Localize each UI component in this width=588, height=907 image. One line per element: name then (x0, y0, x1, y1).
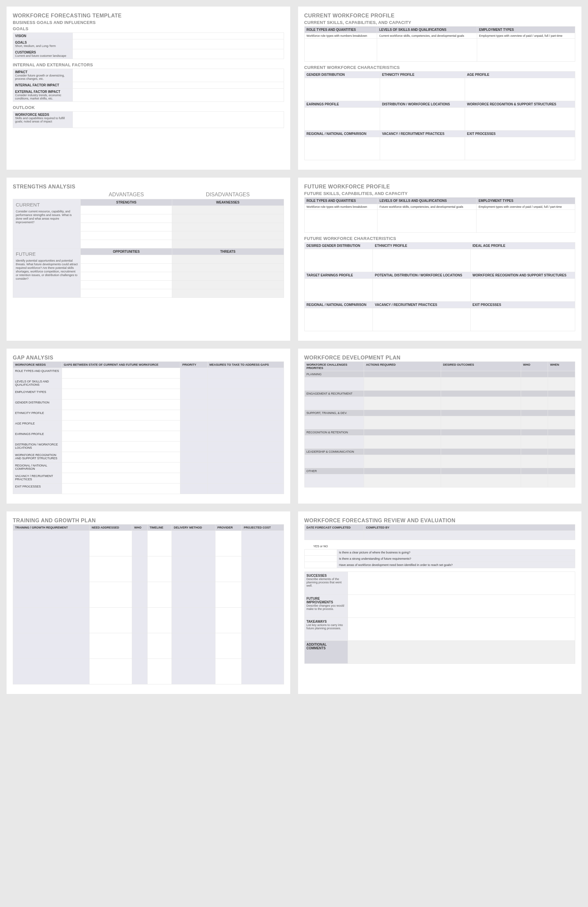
panel-strengths: STRENGTHS ANALYSIS ADVANTAGESDISADVANTAG… (6, 178, 290, 341)
p2-char-table: GENDER DISTRIBUTIONETHNICITY PROFILEAGE … (304, 71, 575, 160)
review-top: DATE FORECAST COMPLETEDCOMPLETED BY (304, 524, 575, 540)
p2-skills-table: ROLE TYPES AND QUANTITIESLEVELS OF SKILL… (304, 26, 575, 62)
p7-title: TRAINING AND GROWTH PLAN (13, 518, 284, 524)
p1-goals-table: VISION GOALSShort, Medium, and Long-Term… (13, 32, 284, 59)
p4-sub2: FUTURE WORKFORCE CHARACTERISTICS (304, 236, 575, 241)
p8-title: WORKFORCE FORECASTING REVIEW AND EVALUAT… (304, 518, 575, 524)
panel-current-profile: CURRENT WORKFORCE PROFILE CURRENT SKILLS… (298, 6, 582, 170)
p4-char-table: DESIRED GENDER DISTRIBUTIONETHNICITY PRO… (304, 242, 575, 331)
p4-sub1: FUTURE SKILLS, CAPABILITIES, AND CAPACIT… (304, 191, 575, 196)
dev-table: WORKFORCE CHALLENGES PRIORITIESACTIONS R… (304, 361, 575, 487)
train-table: TRAINING / GROWTH REQUIREMENT NEED ADDRE… (13, 524, 284, 684)
swot-table: ADVANTAGESDISADVANTAGES CURRENTConsider … (13, 191, 284, 298)
panel-review: WORKFORCE FORECASTING REVIEW AND EVALUAT… (298, 511, 582, 694)
p1-outlook-table: WORKFORCE NEEDSSkills and capabilities r… (13, 111, 284, 128)
p1-outlook-h: OUTLOOK (13, 105, 284, 110)
p3-title: STRENGTHS ANALYSIS (13, 184, 284, 190)
panel-business-goals: WORKFORCE FORECASTING TEMPLATE BUSINESS … (6, 6, 290, 170)
p2-sub2: CURRENT WORKFORCE CHARACTERISTICS (304, 65, 575, 70)
p1-goals-h: GOALS (13, 26, 284, 31)
review-rows: SUCCESSESDescribe elements of the planni… (304, 572, 575, 664)
p2-title: CURRENT WORKFORCE PROFILE (304, 13, 575, 19)
p4-title: FUTURE WORKFORCE PROFILE (304, 184, 575, 190)
panel-future-profile: FUTURE WORKFORCE PROFILE FUTURE SKILLS, … (298, 178, 582, 341)
p2-sub1: CURRENT SKILLS, CAPABILITIES, AND CAPACI… (304, 20, 575, 25)
gap-table: WORKFORCE NEEDSGAPS BETWEEN STATE OF CUR… (13, 361, 284, 494)
p1-factors-h: INTERNAL AND EXTERNAL FACTORS (13, 62, 284, 67)
p1-sub: BUSINESS GOALS AND INFLUENCERS (13, 20, 284, 25)
panel-training: TRAINING AND GROWTH PLAN TRAINING / GROW… (6, 511, 290, 694)
p6-title: WORKFORCE DEVELOPMENT PLAN (304, 355, 575, 361)
p1-title: WORKFORCE FORECASTING TEMPLATE (13, 13, 284, 19)
template-page: WORKFORCE FORECASTING TEMPLATE BUSINESS … (6, 6, 582, 694)
yesno-table: YES or NO Is there a clear picture of wh… (304, 543, 575, 568)
p5-title: GAP ANALYSIS (13, 355, 284, 361)
p1-factors-table: IMPACTConsider future growth or downsizi… (13, 69, 284, 102)
p4-skills-table: ROLE TYPES AND QUANTITIESLEVELS OF SKILL… (304, 197, 575, 233)
panel-gap: GAP ANALYSIS WORKFORCE NEEDSGAPS BETWEEN… (6, 349, 290, 503)
panel-dev-plan: WORKFORCE DEVELOPMENT PLAN WORKFORCE CHA… (298, 349, 582, 503)
